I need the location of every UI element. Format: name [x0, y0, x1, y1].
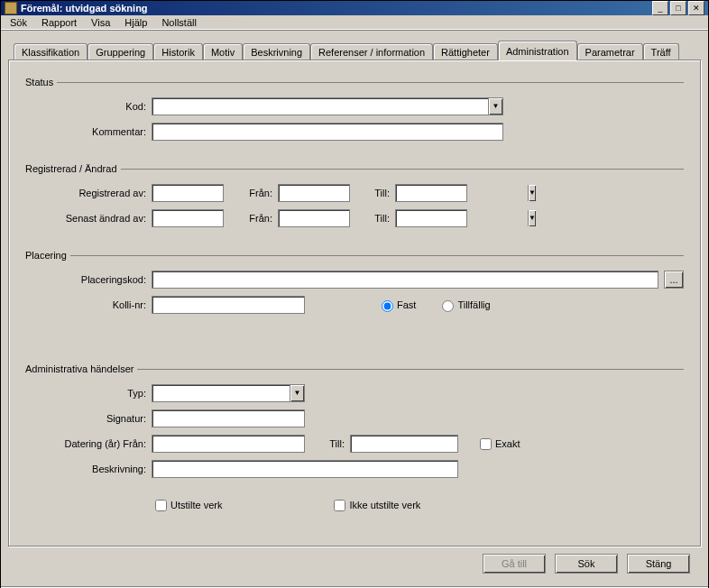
label-kolli-nr: Kolli-nr:	[25, 299, 152, 310]
window-title: Föremål: utvidgad sökning	[21, 3, 650, 14]
label-kod: Kod:	[25, 101, 152, 112]
titlebar: Föremål: utvidgad sökning _ □ ✕	[1, 1, 708, 15]
maximize-button[interactable]: □	[670, 1, 686, 15]
menu-visa[interactable]: Visa	[84, 15, 117, 30]
menu-hjalp[interactable]: Hjälp	[117, 15, 154, 30]
checkbox-utstilte-verk[interactable]: Utstilte verk	[152, 497, 222, 514]
menu-rapport[interactable]: Rapport	[34, 15, 84, 30]
chevron-down-icon[interactable]: ▼	[528, 185, 536, 201]
checkbox-exakt[interactable]: Exakt	[476, 436, 520, 453]
group-handelser: Administrativa händelser Typ: ▼ Signatur…	[25, 363, 684, 520]
close-button[interactable]: ✕	[688, 1, 704, 15]
kod-combo[interactable]: ▼	[152, 97, 503, 115]
label-andrad-till: Till:	[350, 213, 395, 224]
group-handelser-legend: Administrativa händelser	[25, 363, 137, 374]
andrad-fran-combo[interactable]: ▼	[278, 209, 350, 227]
window-controls: _ □ ✕	[650, 1, 704, 15]
checkbox-utstilte-verk-input[interactable]	[155, 500, 167, 511]
tab-strip: Klassifikation Gruppering Historik Motiv…	[14, 40, 701, 60]
label-reg-till: Till:	[350, 188, 395, 198]
checkbox-ikke-utstilte-verk-label: Ikke utstilte verk	[349, 500, 420, 510]
footer-buttons: Gå till Sök Stäng	[8, 547, 701, 579]
typ-combo[interactable]: ▼	[152, 384, 305, 402]
label-registrerad-av: Registrerad av:	[25, 188, 152, 198]
reg-fran-combo[interactable]: ▼	[278, 184, 350, 202]
label-placeringskod: Placeringskod:	[25, 274, 152, 285]
checkbox-utstilte-verk-label: Utstilte verk	[170, 500, 222, 510]
placeringskod-input[interactable]	[152, 271, 658, 289]
tab-administration[interactable]: Administration	[498, 41, 577, 60]
radio-tillfallig[interactable]: Tillfällig	[437, 298, 490, 312]
tab-rattigheter[interactable]: Rättigheter	[433, 43, 498, 60]
tab-panel: Status Kod: ▼ Kommentar: Registrerad / Ä…	[8, 60, 701, 547]
checkbox-ikke-utstilte-verk-input[interactable]	[334, 500, 345, 511]
group-placering-legend: Placering	[25, 250, 70, 261]
stang-button[interactable]: Stäng	[627, 554, 690, 574]
label-signatur: Signatur:	[25, 413, 152, 424]
tab-traff[interactable]: Träff	[643, 43, 679, 60]
registrerad-av-input[interactable]	[152, 184, 224, 202]
checkbox-exakt-label: Exakt	[495, 438, 520, 449]
tab-beskrivning[interactable]: Beskrivning	[243, 43, 310, 60]
chevron-down-icon[interactable]: ▼	[488, 98, 502, 115]
group-status-legend: Status	[25, 77, 57, 87]
app-icon	[5, 2, 17, 14]
chevron-down-icon[interactable]: ▼	[528, 210, 536, 226]
main-window: Föremål: utvidgad sökning _ □ ✕ Sök Rapp…	[0, 0, 709, 588]
radio-fast-input[interactable]	[382, 300, 393, 312]
label-datering-fran: Datering (år) Från:	[25, 438, 152, 449]
andrad-till-input[interactable]	[396, 210, 528, 226]
menu-sok[interactable]: Sök	[3, 15, 34, 30]
kod-input[interactable]	[152, 98, 488, 115]
tab-motiv[interactable]: Motiv	[203, 43, 243, 60]
datering-till-input[interactable]	[350, 435, 458, 453]
placeringskod-browse-button[interactable]: ...	[664, 271, 684, 289]
content-area: Klassifikation Gruppering Historik Motiv…	[1, 31, 708, 586]
typ-input[interactable]	[152, 385, 290, 401]
andrad-till-combo[interactable]: ▼	[395, 209, 467, 227]
kolli-nr-input[interactable]	[152, 296, 305, 314]
group-registrerad: Registrerad / Ändrad Registrerad av: Frå…	[25, 163, 684, 234]
group-status: Status Kod: ▼ Kommentar:	[25, 77, 684, 147]
label-andrad-fran: Från:	[224, 213, 278, 224]
kommentar-input[interactable]	[152, 123, 503, 141]
menubar: Sök Rapport Visa Hjälp Nollställ	[1, 15, 708, 31]
label-beskrivning: Beskrivning:	[25, 464, 152, 474]
datering-fran-input[interactable]	[152, 435, 305, 453]
label-reg-fran: Från:	[224, 188, 278, 198]
label-datering-till: Till:	[305, 438, 350, 449]
tab-parametrar[interactable]: Parametrar	[577, 43, 643, 60]
signatur-input[interactable]	[152, 409, 305, 427]
tab-gruppering[interactable]: Gruppering	[87, 43, 153, 60]
label-kommentar: Kommentar:	[25, 126, 152, 137]
label-typ: Typ:	[25, 388, 152, 399]
radio-fast[interactable]: Fast	[377, 298, 416, 312]
menu-nollstall[interactable]: Nollställ	[154, 15, 204, 30]
minimize-button[interactable]: _	[652, 1, 668, 15]
checkbox-exakt-input[interactable]	[480, 438, 492, 450]
tab-historik[interactable]: Historik	[153, 43, 203, 60]
senast-andrad-av-input[interactable]	[152, 209, 224, 227]
sok-button[interactable]: Sök	[555, 554, 618, 574]
radio-tillfallig-input[interactable]	[442, 300, 454, 312]
tab-klassifikation[interactable]: Klassifikation	[14, 43, 87, 60]
ga-till-button[interactable]: Gå till	[483, 554, 546, 574]
beskrivning-input[interactable]	[152, 460, 458, 478]
label-senast-andrad-av: Senast ändrad av:	[25, 213, 152, 224]
reg-till-input[interactable]	[396, 185, 528, 201]
group-placering: Placering Placeringskod: ... Kolli-nr: F…	[25, 250, 684, 320]
tab-referenser[interactable]: Referenser / information	[310, 43, 433, 60]
group-registrerad-legend: Registrerad / Ändrad	[25, 163, 121, 174]
radio-tillfallig-label: Tillfällig	[457, 299, 490, 310]
reg-till-combo[interactable]: ▼	[395, 184, 467, 202]
chevron-down-icon[interactable]: ▼	[290, 385, 304, 401]
radio-fast-label: Fast	[397, 299, 416, 310]
checkbox-ikke-utstilte-verk[interactable]: Ikke utstilte verk	[330, 497, 420, 514]
